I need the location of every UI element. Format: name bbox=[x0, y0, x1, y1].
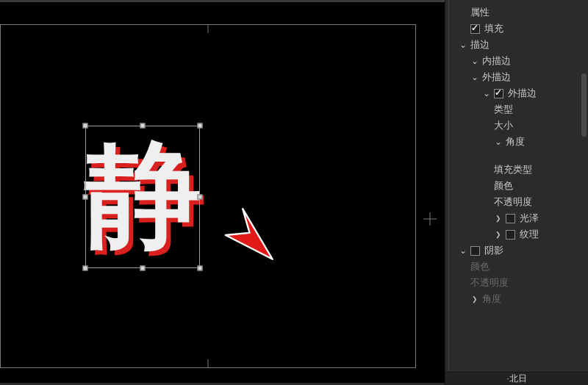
resize-handle-top-left[interactable] bbox=[83, 123, 88, 129]
chevron-down-icon[interactable] bbox=[459, 246, 467, 255]
row-gloss[interactable]: 光泽 bbox=[445, 210, 588, 226]
outer-stroke-item-label: 外描边 bbox=[508, 87, 537, 100]
angle-label: 角度 bbox=[506, 135, 525, 148]
resize-handle-bottom-left[interactable] bbox=[83, 266, 88, 271]
fill-checkbox[interactable] bbox=[470, 24, 480, 34]
row-size[interactable]: 大小 bbox=[445, 118, 588, 134]
chevron-down-icon[interactable] bbox=[470, 73, 479, 82]
resize-handle-mid-left[interactable] bbox=[83, 195, 88, 200]
app-root: 静 静 属性 填充 描边 bbox=[0, 0, 588, 385]
shadow-color-label: 颜色 bbox=[470, 260, 490, 273]
color-label: 颜色 bbox=[494, 179, 513, 192]
chevron-right-icon bbox=[470, 295, 479, 303]
row-outer-stroke-group[interactable]: 外描边 bbox=[445, 69, 588, 85]
outer-stroke-group-label: 外描边 bbox=[482, 71, 511, 84]
selected-text-object[interactable]: 静 静 bbox=[85, 126, 200, 268]
chevron-down-icon[interactable] bbox=[494, 137, 503, 146]
chevron-down-icon[interactable] bbox=[459, 40, 467, 49]
row-shadow-color: 颜色 bbox=[445, 259, 588, 275]
chevron-right-icon[interactable] bbox=[494, 230, 503, 239]
row-angle[interactable]: 角度 bbox=[445, 134, 588, 150]
row-outer-stroke-item[interactable]: 外描边 bbox=[445, 85, 588, 101]
inner-stroke-label: 内描边 bbox=[482, 54, 511, 68]
row-shadow-opacity: 不透明度 bbox=[445, 275, 588, 291]
resize-handle-mid-right[interactable] bbox=[198, 195, 203, 200]
resize-handle-bottom-right[interactable] bbox=[198, 266, 203, 271]
gloss-label: 光泽 bbox=[520, 212, 539, 225]
row-fill[interactable]: 填充 bbox=[445, 21, 588, 37]
panel-footer-label: ·北日 bbox=[506, 373, 526, 385]
row-type[interactable]: 类型 bbox=[445, 101, 588, 118]
outer-stroke-checkbox[interactable] bbox=[494, 89, 503, 98]
safe-frame-tick-top bbox=[208, 24, 209, 33]
anchor-crosshair bbox=[423, 212, 437, 226]
properties-label: 属性 bbox=[470, 6, 490, 19]
row-fill-type[interactable]: 填充类型 bbox=[445, 162, 588, 178]
row-shadow[interactable]: 阴影 bbox=[445, 242, 588, 259]
shadow-label: 阴影 bbox=[484, 244, 503, 257]
chevron-right-icon[interactable] bbox=[494, 214, 503, 223]
row-color[interactable]: 颜色 bbox=[445, 178, 588, 194]
stroke-label: 描边 bbox=[470, 38, 490, 51]
chevron-down-icon[interactable] bbox=[470, 57, 479, 65]
resize-handle-top-mid[interactable] bbox=[140, 123, 146, 129]
safe-frame-tick-bottom bbox=[208, 359, 209, 368]
resize-handle-bottom-mid[interactable] bbox=[140, 266, 146, 271]
panel-footer: ·北日 bbox=[445, 372, 588, 385]
row-spacer bbox=[445, 150, 588, 162]
gloss-checkbox[interactable] bbox=[506, 214, 515, 223]
safe-frame bbox=[0, 24, 416, 368]
row-opacity[interactable]: 不透明度 bbox=[445, 194, 588, 210]
fill-type-label: 填充类型 bbox=[494, 163, 532, 176]
size-label: 大小 bbox=[494, 119, 513, 132]
row-texture[interactable]: 纹理 bbox=[445, 226, 588, 242]
resize-handle-top-right[interactable] bbox=[198, 123, 203, 129]
row-inner-stroke[interactable]: 内描边 bbox=[445, 53, 588, 69]
selection-bounding-box bbox=[85, 126, 200, 268]
row-properties[interactable]: 属性 bbox=[445, 4, 588, 21]
type-label: 类型 bbox=[494, 103, 513, 116]
properties-panel: 属性 填充 描边 内描边 外描边 外描边 类型 大小 bbox=[445, 0, 588, 385]
chevron-down-icon[interactable] bbox=[482, 89, 491, 98]
panel-scrollbar-thumb[interactable] bbox=[581, 73, 587, 137]
canvas-viewport[interactable]: 静 静 bbox=[0, 0, 445, 385]
opacity-label: 不透明度 bbox=[494, 195, 532, 209]
fill-label: 填充 bbox=[484, 22, 503, 35]
shadow-checkbox[interactable] bbox=[470, 246, 480, 256]
row-stroke[interactable]: 描边 bbox=[445, 37, 588, 53]
shadow-opacity-label: 不透明度 bbox=[470, 276, 509, 289]
texture-label: 纹理 bbox=[520, 228, 539, 241]
texture-checkbox[interactable] bbox=[506, 230, 515, 240]
shadow-angle-label: 角度 bbox=[482, 292, 501, 306]
row-shadow-angle: 角度 bbox=[445, 291, 588, 307]
